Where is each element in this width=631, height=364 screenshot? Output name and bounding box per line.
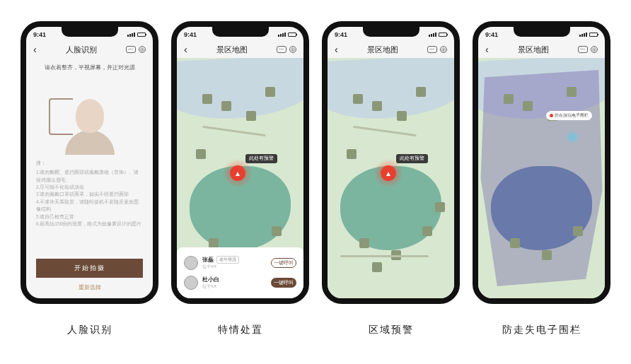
battery-icon xyxy=(589,33,598,37)
title-bar: ‹ 人脸识别 ⋯ ◎ xyxy=(26,40,153,59)
page-title: 景区地图 xyxy=(367,45,398,55)
phone-notch xyxy=(62,27,118,37)
title-bar: ‹ 景区地图 ⋯ ◎ xyxy=(177,40,303,59)
phone-geofence: 9:41 ‹ 景区地图 ⋯ ◎ 您在游玩电子围栏 xyxy=(473,21,610,304)
phone-notch xyxy=(514,27,570,37)
notes-section: 注： 1.请勿戴帽、遮挡面部或佩戴墨镜（首饰）、请保持露出眉毛 2.尽可能不化妆… xyxy=(36,159,143,254)
back-icon[interactable]: ‹ xyxy=(485,44,489,55)
alert-label: 此处有预警 xyxy=(245,154,277,163)
bell-icon: ▲ xyxy=(230,165,245,181)
battery-icon xyxy=(439,33,447,37)
signal-icon xyxy=(127,33,135,37)
status-time: 9:41 xyxy=(335,31,347,38)
call-button[interactable]: 一键呼叫 xyxy=(271,278,296,288)
more-icon[interactable]: ⋯ xyxy=(126,46,136,53)
page-title: 人脸识别 xyxy=(66,45,97,55)
avatar xyxy=(184,276,198,290)
title-bar: ‹ 景区地图 ⋯ ◎ xyxy=(478,40,605,59)
status-time: 9:41 xyxy=(33,31,46,38)
fence-status-tag: 您在游玩电子围栏 xyxy=(546,111,592,120)
phone-notch xyxy=(212,27,269,37)
screen-caption: 特情处置 xyxy=(218,324,263,336)
bell-icon: ▲ xyxy=(381,165,396,181)
target-icon[interactable]: ◎ xyxy=(139,46,146,53)
alert-label: 此处有预警 xyxy=(396,154,428,163)
phone-face-recognition: 9:41 ‹ 人脸识别 ⋯ ◎ 请衣着整齐，平视屏幕，并正对光源 注： xyxy=(21,21,158,304)
face-illustration xyxy=(36,77,143,155)
scenic-map[interactable]: ▲ 此处有预警 xyxy=(328,58,454,298)
screen-caption: 防走失电子围栏 xyxy=(502,324,581,336)
status-time: 9:41 xyxy=(485,31,498,38)
phone-notch xyxy=(363,27,419,37)
page-title: 景区地图 xyxy=(216,45,248,55)
people-sheet: 张磊老年情况 位于XX 一键呼叫 杜小白 位于XX 一键呼叫 xyxy=(177,247,303,298)
screen-caption: 区域预警 xyxy=(369,324,414,336)
person-row[interactable]: 张磊老年情况 位于XX 一键呼叫 xyxy=(184,253,296,273)
signal-icon xyxy=(429,33,436,37)
page-title: 景区地图 xyxy=(518,45,549,55)
target-icon[interactable]: ◎ xyxy=(591,46,598,53)
scenic-map[interactable]: ▲ 此处有预警 张磊老年情况 位于XX 一键呼叫 杜小白 位于XX xyxy=(177,58,303,298)
alert-pin[interactable]: ▲ xyxy=(381,165,396,181)
back-icon[interactable]: ‹ xyxy=(335,44,338,55)
more-icon[interactable]: ⋯ xyxy=(578,46,588,53)
back-icon[interactable]: ‹ xyxy=(33,44,37,55)
signal-icon xyxy=(278,33,286,37)
more-icon[interactable]: ⋯ xyxy=(277,46,286,53)
person-row[interactable]: 杜小白 位于XX 一键呼叫 xyxy=(184,273,296,293)
phone-area-alert: 9:41 ‹ 景区地图 ⋯ ◎ ▲ xyxy=(322,21,460,304)
scenic-map[interactable]: 您在游玩电子围栏 xyxy=(478,58,605,298)
instruction-text: 请衣着整齐，平视屏幕，并正对光源 xyxy=(36,64,143,71)
signal-icon xyxy=(579,33,587,37)
start-capture-button[interactable]: 开始拍摄 xyxy=(36,259,143,278)
phone-incident-handling: 9:41 ‹ 景区地图 ⋯ ◎ ▲ 此处有预 xyxy=(171,21,309,304)
geofence-overlay xyxy=(478,58,605,298)
alert-pin[interactable]: ▲ xyxy=(230,165,245,181)
more-icon[interactable]: ⋯ xyxy=(427,46,437,53)
call-button[interactable]: 一键呼叫 xyxy=(271,258,296,268)
title-bar: ‹ 景区地图 ⋯ ◎ xyxy=(328,40,454,59)
screen-caption: 人脸识别 xyxy=(67,324,112,336)
battery-icon xyxy=(137,33,146,37)
reselect-button[interactable]: 重新选择 xyxy=(36,283,143,291)
back-icon[interactable]: ‹ xyxy=(184,44,187,55)
avatar xyxy=(184,256,198,270)
battery-icon xyxy=(288,33,296,37)
target-icon[interactable]: ◎ xyxy=(440,46,447,53)
target-icon[interactable]: ◎ xyxy=(289,46,296,53)
status-time: 9:41 xyxy=(184,31,197,38)
